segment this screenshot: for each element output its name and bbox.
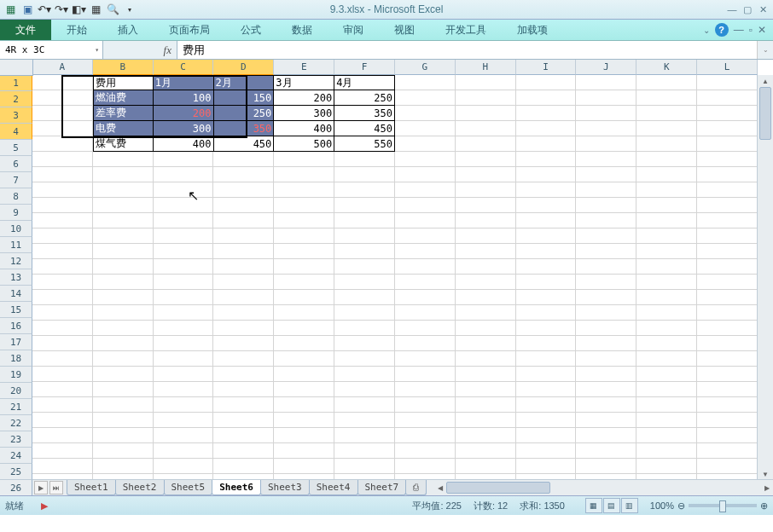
cell-H2[interactable] (456, 90, 516, 106)
cell-L12[interactable] (697, 244, 758, 259)
col-header-K[interactable]: K (636, 60, 697, 75)
cells-container[interactable]: 费用1月2月3月4月燃油费100150200250差率费200250300350… (32, 75, 758, 480)
cell-K12[interactable] (636, 244, 697, 259)
cell-K18[interactable] (636, 336, 697, 351)
cell-H23[interactable] (456, 413, 516, 428)
cell-D16[interactable] (213, 305, 274, 321)
cell-H22[interactable] (456, 397, 516, 413)
cell-K22[interactable] (636, 397, 697, 413)
ribbon-tab-review[interactable]: 审阅 (328, 20, 379, 40)
cell-G17[interactable] (395, 321, 456, 336)
cell-H15[interactable] (456, 290, 516, 305)
cell-F25[interactable] (334, 443, 395, 459)
cell-C4[interactable]: 300 (154, 121, 214, 136)
ribbon-tab-data[interactable]: 数据 (276, 20, 328, 40)
cell-E8[interactable] (274, 182, 334, 198)
cell-D3[interactable]: 250 (214, 106, 275, 121)
cell-H9[interactable] (456, 198, 516, 213)
sheet-tab-sheet4[interactable]: Sheet4 (309, 480, 358, 495)
cell-A2[interactable] (32, 90, 93, 106)
cell-H8[interactable] (456, 182, 516, 198)
cell-E2[interactable]: 200 (274, 90, 334, 106)
col-header-H[interactable]: H (456, 60, 516, 75)
scroll-right-icon[interactable]: ▶ (761, 482, 773, 494)
cell-C15[interactable] (154, 290, 214, 305)
cell-J16[interactable] (576, 305, 636, 321)
cell-B23[interactable] (93, 413, 154, 428)
redo-icon[interactable]: ↷▾ (55, 3, 68, 16)
cell-E5[interactable]: 500 (274, 136, 334, 152)
cell-H12[interactable] (456, 244, 516, 259)
cell-B20[interactable] (93, 367, 154, 382)
cell-K20[interactable] (636, 367, 697, 382)
cell-A11[interactable] (32, 228, 93, 244)
cell-B18[interactable] (93, 336, 154, 351)
cell-D13[interactable] (213, 259, 274, 275)
cell-G22[interactable] (395, 397, 456, 413)
cell-L5[interactable] (697, 136, 758, 152)
cell-D11[interactable] (213, 228, 274, 244)
cell-A12[interactable] (32, 244, 93, 259)
cell-E3[interactable]: 300 (274, 106, 334, 121)
cell-G14[interactable] (395, 275, 456, 290)
cell-L14[interactable] (697, 275, 758, 290)
row-header-12[interactable]: 12 (0, 253, 32, 269)
excel-icon[interactable]: ▦ (3, 3, 17, 16)
cell-D24[interactable] (213, 428, 274, 443)
col-header-G[interactable]: G (395, 60, 456, 75)
cell-C3[interactable]: 200 (154, 106, 214, 121)
vertical-scroll-thumb[interactable] (759, 87, 771, 140)
formula-expand-icon[interactable]: ⌄ (757, 41, 773, 59)
cell-A21[interactable] (32, 382, 93, 397)
sheet-nav-last-icon[interactable]: ⏭ (49, 481, 63, 494)
cell-L18[interactable] (697, 336, 758, 351)
cell-B6[interactable] (93, 152, 154, 167)
cell-D2[interactable]: 150 (214, 90, 275, 106)
cell-I14[interactable] (516, 275, 577, 290)
cell-C14[interactable] (154, 275, 214, 290)
cell-A16[interactable] (32, 305, 93, 321)
cell-G23[interactable] (395, 413, 456, 428)
cell-G26[interactable] (395, 459, 456, 474)
row-header-4[interactable]: 4 (0, 124, 32, 140)
cell-E11[interactable] (274, 228, 334, 244)
cell-K1[interactable] (636, 75, 697, 90)
maximize-button[interactable]: ▢ (741, 3, 754, 15)
cell-E14[interactable] (274, 275, 334, 290)
cell-K4[interactable] (636, 121, 697, 136)
cell-I16[interactable] (516, 305, 577, 321)
col-header-L[interactable]: L (697, 60, 758, 75)
cell-I12[interactable] (516, 244, 577, 259)
cell-I24[interactable] (516, 428, 577, 443)
scroll-left-icon[interactable]: ◀ (434, 482, 446, 494)
cell-H13[interactable] (456, 259, 516, 275)
cell-K26[interactable] (636, 459, 697, 474)
cell-L17[interactable] (697, 321, 758, 336)
cell-J23[interactable] (576, 413, 636, 428)
cell-C24[interactable] (154, 428, 214, 443)
view-normal-icon[interactable]: ▦ (585, 498, 602, 513)
cell-F14[interactable] (334, 275, 395, 290)
view-pagebreak-icon[interactable]: ▥ (621, 498, 638, 513)
cell-I13[interactable] (516, 259, 577, 275)
cell-D22[interactable] (213, 397, 274, 413)
row-header-23[interactable]: 23 (0, 431, 32, 448)
cell-I2[interactable] (516, 90, 577, 106)
formula-input[interactable]: 费用 (177, 41, 757, 59)
cell-C25[interactable] (154, 443, 214, 459)
cell-A4[interactable] (32, 121, 93, 136)
cell-I7[interactable] (516, 167, 577, 182)
cell-K14[interactable] (636, 275, 697, 290)
cell-E17[interactable] (274, 321, 334, 336)
cell-E23[interactable] (274, 413, 334, 428)
cell-F12[interactable] (334, 244, 395, 259)
cell-G19[interactable] (395, 351, 456, 367)
cell-J1[interactable] (576, 75, 636, 90)
cell-H4[interactable] (456, 121, 516, 136)
row-header-9[interactable]: 9 (0, 205, 32, 221)
cell-B11[interactable] (93, 228, 154, 244)
cell-B12[interactable] (93, 244, 154, 259)
cell-F20[interactable] (334, 367, 395, 382)
row-header-25[interactable]: 25 (0, 464, 32, 480)
cell-D20[interactable] (213, 367, 274, 382)
